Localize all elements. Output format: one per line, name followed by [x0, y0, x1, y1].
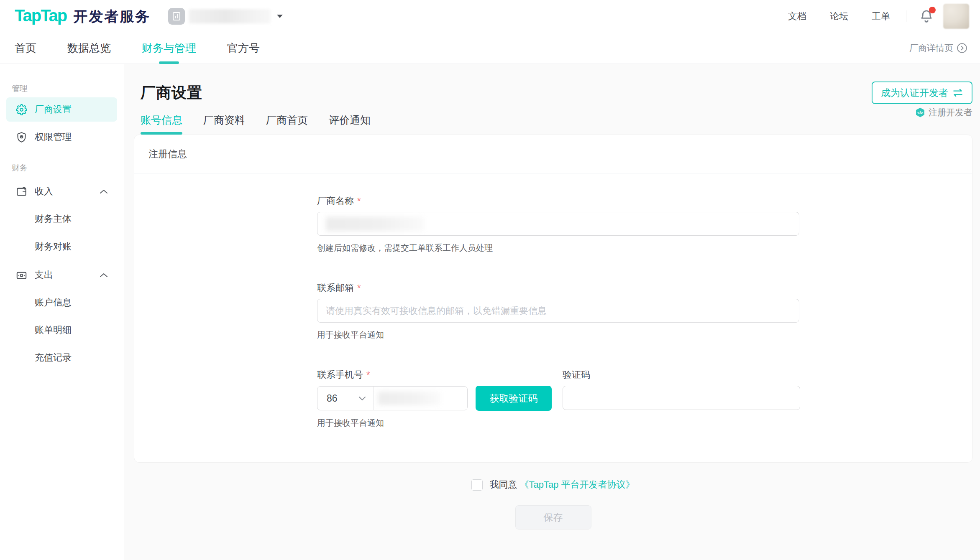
exchange-arrows-icon [952, 88, 963, 97]
contact-email-label: 联系邮箱 [317, 282, 354, 294]
sidebar-item-label: 支出 [35, 269, 53, 281]
registration-form: 厂商名称 * 创建后如需修改，需提交工单联系工作人员处理 联系邮箱 * [134, 173, 972, 462]
header-link-docs[interactable]: 文档 [788, 10, 806, 23]
contact-phone-label: 联系手机号 [317, 369, 363, 381]
phone-input-group: 86 [317, 386, 468, 410]
sidebar-item-label: 账单明细 [35, 324, 72, 336]
sidebar-item-finance-reconciliation[interactable]: 财务对账 [6, 234, 117, 259]
nav-item-home[interactable]: 首页 [15, 32, 36, 64]
org-selector[interactable] [168, 8, 283, 25]
sidebar-item-income[interactable]: 收入 [6, 179, 117, 204]
sidebar-item-recharge-records[interactable]: 充值记录 [6, 346, 117, 370]
page-title: 厂商设置 [141, 83, 202, 103]
page: TapTap 开发者服务 文档 论坛 工单 [0, 0, 980, 560]
gear-icon [15, 104, 28, 115]
sidebar-item-finance-entity[interactable]: 财务主体 [6, 207, 117, 231]
sidebar-item-label: 财务对账 [35, 240, 72, 253]
vendor-name-helper: 创建后如需修改，需提交工单联系工作人员处理 [317, 242, 972, 254]
contact-phone-helper: 用于接收平台通知 [317, 417, 552, 429]
country-code-value: 86 [327, 393, 338, 404]
sidebar-item-label: 厂商设置 [35, 103, 72, 116]
sidebar-item-vendor-settings[interactable]: 厂商设置 [6, 97, 117, 122]
vendor-name-label: 厂商名称 [317, 195, 354, 207]
shield-lock-icon [15, 132, 28, 143]
main-content: 厂商设置 成为认证开发者 账号信息 厂商资料 厂商首页 评价通知 [124, 64, 980, 560]
country-code-select[interactable]: 86 [317, 387, 374, 410]
banknote-icon [15, 270, 28, 281]
org-building-icon [168, 8, 185, 25]
org-name-blurred [189, 9, 271, 23]
captcha-input[interactable] [563, 386, 800, 410]
nav-item-official-account[interactable]: 官方号 [227, 32, 260, 64]
top-header: TapTap 开发者服务 文档 论坛 工单 [0, 0, 980, 32]
sidebar-item-expense[interactable]: 支出 [6, 263, 117, 287]
nav-item-data-overview[interactable]: 数据总览 [67, 32, 111, 64]
wallet-icon [15, 186, 28, 197]
sidebar-item-label: 权限管理 [35, 131, 72, 143]
card-header: 注册信息 [134, 135, 972, 173]
sidebar: 管理 厂商设置 权限管理 财务 [0, 64, 124, 560]
field-contact-email: 联系邮箱 * 用于接收平台通知 [317, 282, 972, 341]
phone-number-input[interactable] [374, 387, 467, 410]
registered-developer-badge[interactable]: </> 注册开发者 [915, 107, 972, 118]
taptap-logo-text: TapTap [15, 6, 67, 25]
registration-info-card: 注册信息 厂商名称 * 创建后如需修改，需提交工单联系工作人员处理 [134, 135, 972, 463]
sidebar-item-permission-management[interactable]: 权限管理 [6, 125, 117, 149]
sidebar-item-label: 财务主体 [35, 213, 72, 225]
sidebar-item-label: 收入 [35, 185, 53, 198]
tab-vendor-profile[interactable]: 厂商资料 [203, 113, 245, 135]
hexagon-code-icon: </> [915, 107, 926, 118]
tab-review-notification[interactable]: 评价通知 [329, 113, 371, 135]
card-section-title: 注册信息 [148, 148, 187, 159]
developer-services-label: 开发者服务 [73, 7, 151, 26]
phone-number-value-blurred [378, 392, 441, 405]
notification-bell-icon[interactable] [919, 8, 934, 24]
registered-developer-label: 注册开发者 [929, 107, 972, 118]
get-verification-code-button[interactable]: 获取验证码 [476, 386, 552, 411]
vendor-name-input[interactable] [317, 212, 799, 236]
notification-badge [929, 7, 936, 13]
field-vendor-name: 厂商名称 * 创建后如需修改，需提交工单联系工作人员处理 [317, 195, 972, 254]
sidebar-item-label: 账户信息 [35, 296, 72, 309]
circle-arrow-right-icon [957, 43, 967, 53]
sidebar-item-account-info[interactable]: 账户信息 [6, 290, 117, 315]
primary-nav: 首页 数据总览 财务与管理 官方号 厂商详情页 [0, 32, 980, 64]
agreement-checkbox[interactable] [471, 479, 483, 491]
contact-email-helper: 用于接收平台通知 [317, 329, 972, 341]
tab-vendor-homepage[interactable]: 厂商首页 [266, 113, 308, 135]
vendor-detail-page-link[interactable]: 厂商详情页 [909, 42, 967, 54]
header-divider [906, 10, 906, 22]
required-asterisk: * [366, 369, 370, 380]
vendor-name-value-blurred [326, 217, 424, 231]
save-button[interactable]: 保存 [515, 505, 591, 529]
header-right: 文档 论坛 工单 [765, 4, 969, 29]
caret-down-icon [276, 14, 283, 18]
header-link-forum[interactable]: 论坛 [830, 10, 848, 23]
taptap-logo[interactable]: TapTap 开发者服务 [15, 6, 151, 26]
field-contact-phone: 联系手机号 * 86 [317, 369, 972, 429]
sidebar-item-bill-details[interactable]: 账单明细 [6, 318, 117, 342]
sidebar-section-management: 管理 [12, 83, 124, 94]
chevron-down-icon [358, 396, 366, 401]
tab-account-info[interactable]: 账号信息 [141, 113, 182, 135]
header-link-tickets[interactable]: 工单 [872, 10, 890, 23]
agreement-prefix: 我同意 [489, 479, 517, 491]
contact-email-input[interactable] [317, 299, 799, 323]
svg-text:</>: </> [917, 110, 923, 115]
agreement-row: 我同意 《TapTap 平台开发者协议》 [134, 479, 972, 491]
required-asterisk: * [357, 283, 361, 293]
required-asterisk: * [357, 196, 361, 206]
become-certified-developer-button[interactable]: 成为认证开发者 [872, 81, 972, 104]
captcha-label: 验证码 [563, 369, 590, 381]
sidebar-item-label: 充值记录 [35, 351, 72, 364]
sidebar-section-finance: 财务 [12, 163, 124, 173]
user-avatar[interactable] [943, 4, 969, 29]
nav-item-finance-management[interactable]: 财务与管理 [142, 32, 196, 64]
settings-tabs: 账号信息 厂商资料 厂商首页 评价通知 [141, 113, 391, 135]
chevron-up-icon[interactable] [100, 272, 108, 277]
vendor-detail-page-label: 厂商详情页 [909, 42, 953, 54]
chevron-up-icon[interactable] [100, 189, 108, 194]
developer-agreement-link[interactable]: 《TapTap 平台开发者协议》 [519, 479, 635, 491]
